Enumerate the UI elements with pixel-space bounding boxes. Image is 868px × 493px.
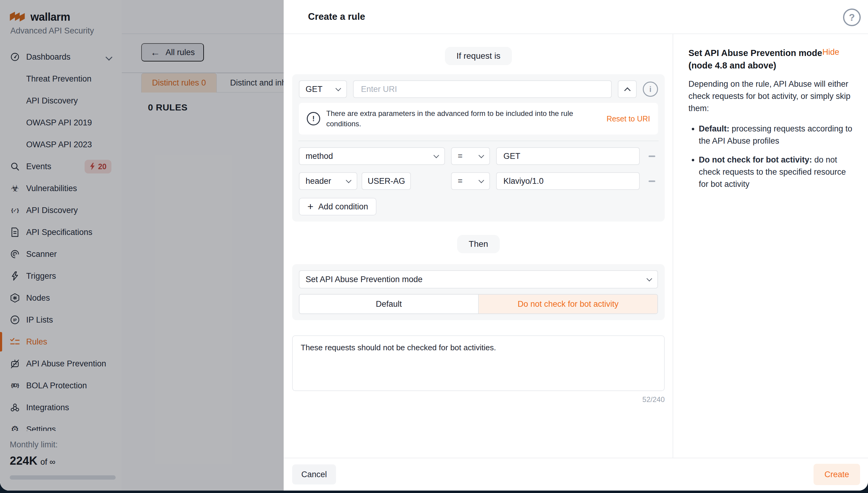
action-card: Set API Abuse Prevention mode Default Do… bbox=[292, 264, 665, 320]
help-bullets: Default: processing requests according t… bbox=[689, 123, 853, 190]
rule-form: If request is GET i bbox=[284, 34, 673, 458]
action-value: Set API Abuse Prevention mode bbox=[306, 275, 422, 284]
condition-value-input[interactable] bbox=[496, 172, 640, 190]
info-icon[interactable]: i bbox=[643, 82, 658, 97]
chevron-up-icon bbox=[624, 87, 630, 93]
condition-field-select[interactable]: method bbox=[299, 147, 445, 165]
if-request-is-pill: If request is bbox=[445, 47, 512, 65]
help-bullet: Do not check for bot activity: do not ch… bbox=[699, 154, 853, 190]
field-value: header bbox=[306, 176, 331, 186]
help-title: Set API Abuse Prevention mode (node 4.8 … bbox=[689, 47, 822, 72]
condition-row: method = bbox=[299, 147, 658, 165]
cancel-button[interactable]: Cancel bbox=[292, 465, 336, 485]
request-conditions-card: GET i ! bbox=[292, 74, 665, 221]
chevron-down-icon bbox=[346, 177, 351, 183]
app-window: wallarm Advanced API Security Dashboards… bbox=[0, 0, 868, 491]
add-condition-label: Add condition bbox=[318, 202, 368, 212]
plus-icon: + bbox=[307, 201, 313, 212]
http-method-select[interactable]: GET bbox=[299, 80, 347, 98]
bullet-term: Default: bbox=[699, 124, 730, 133]
help-icon[interactable]: ? bbox=[843, 8, 861, 26]
help-bullet: Default: processing requests according t… bbox=[699, 123, 853, 147]
field-value: method bbox=[306, 152, 333, 161]
extra-parameters-warning: ! There are extra parameters in the adva… bbox=[299, 103, 658, 134]
condition-row: header = bbox=[299, 172, 658, 190]
chevron-down-icon bbox=[478, 177, 484, 183]
uri-input[interactable] bbox=[353, 80, 612, 98]
collapse-advanced-button[interactable] bbox=[618, 80, 637, 98]
alert-glyph: ! bbox=[312, 114, 315, 123]
action-select[interactable]: Set API Abuse Prevention mode bbox=[299, 270, 658, 288]
question-glyph: ? bbox=[849, 12, 855, 23]
mode-segmented-control: Default Do not check for bot activity bbox=[299, 294, 658, 314]
condition-operator-select[interactable]: = bbox=[451, 147, 490, 165]
mode-option-do-not-check[interactable]: Do not check for bot activity bbox=[479, 295, 657, 314]
modal-title: Create a rule bbox=[308, 11, 365, 22]
bullet-term: Do not check for bot activity: bbox=[699, 155, 812, 164]
add-condition-button[interactable]: + Add condition bbox=[299, 198, 376, 215]
rule-description-textarea[interactable]: These requests should not be checked for… bbox=[292, 335, 665, 391]
conditions-divider bbox=[298, 141, 658, 141]
operator-value: = bbox=[458, 176, 463, 186]
chevron-down-icon bbox=[335, 86, 341, 91]
then-pill: Then bbox=[457, 235, 500, 253]
remove-condition-button[interactable] bbox=[646, 172, 658, 190]
condition-field-select[interactable]: header bbox=[299, 172, 357, 190]
condition-key-input[interactable] bbox=[362, 172, 411, 190]
condition-operator-select[interactable]: = bbox=[451, 172, 490, 190]
operator-value: = bbox=[458, 152, 463, 161]
help-intro: Depending on the rule, API Abuse will ei… bbox=[689, 78, 853, 114]
modal-header: Create a rule ? bbox=[284, 0, 868, 34]
info-glyph: i bbox=[650, 85, 652, 94]
alert-icon: ! bbox=[307, 112, 320, 125]
chevron-down-icon bbox=[647, 276, 652, 281]
chevron-down-icon bbox=[433, 152, 439, 158]
reset-to-uri-link[interactable]: Reset to URI bbox=[607, 114, 650, 123]
chevron-down-icon bbox=[478, 152, 484, 158]
hide-help-link[interactable]: Hide bbox=[822, 47, 839, 57]
character-counter: 52/240 bbox=[292, 395, 665, 404]
modal-footer: Cancel Create bbox=[284, 458, 868, 491]
remove-condition-button[interactable] bbox=[646, 147, 658, 165]
mode-option-default[interactable]: Default bbox=[300, 295, 479, 314]
help-panel: Set API Abuse Prevention mode (node 4.8 … bbox=[673, 34, 868, 458]
create-button[interactable]: Create bbox=[813, 464, 860, 485]
minus-icon bbox=[649, 155, 655, 157]
method-value: GET bbox=[306, 85, 323, 94]
warning-text: There are extra parameters in the advanc… bbox=[326, 108, 601, 129]
minus-icon bbox=[649, 180, 655, 182]
condition-value-input[interactable] bbox=[496, 147, 640, 165]
create-rule-modal: Create a rule ? If request is GET bbox=[284, 0, 868, 491]
